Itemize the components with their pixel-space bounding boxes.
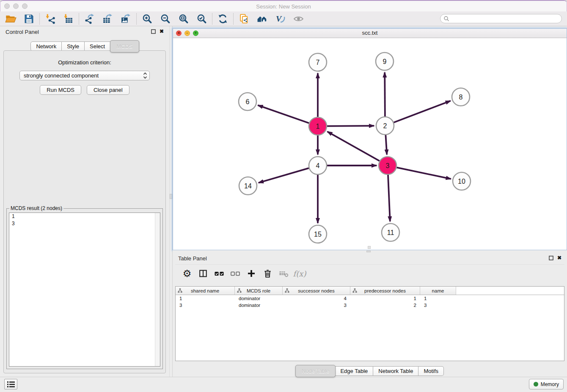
table-cell[interactable]: dominator (235, 296, 283, 301)
graph-node-10[interactable]: 10 (453, 172, 471, 190)
criterion-dropdown[interactable]: strongly connected component (19, 71, 150, 80)
table-cell[interactable]: dominator (235, 303, 283, 308)
table-cell[interactable]: 2 (350, 303, 420, 308)
table-row[interactable]: 3dominator323 (176, 302, 564, 309)
search-input[interactable] (449, 15, 561, 22)
tab-network-table[interactable]: Network Table (373, 366, 418, 376)
export-image-button[interactable] (117, 12, 135, 25)
column-header-MCDS-role[interactable]: MCDS role (235, 287, 283, 295)
column-header-successor-nodes[interactable]: successor nodes (283, 287, 350, 295)
table-cell[interactable]: 3 (420, 303, 456, 308)
graph-node-1[interactable]: 1 (309, 117, 327, 135)
graph-node-7[interactable]: 7 (309, 53, 327, 71)
tab-motifs[interactable]: Motifs (418, 366, 444, 376)
select-all-columns-button[interactable] (211, 266, 227, 281)
memory-status-icon (534, 382, 538, 386)
show-hide-button[interactable] (289, 12, 308, 25)
graph-edge-3-1[interactable] (328, 132, 380, 161)
save-icon (24, 14, 34, 24)
save-session-button[interactable] (20, 12, 38, 25)
zoom-fit-button[interactable] (174, 12, 193, 25)
tab-edge-table[interactable]: Edge Table (335, 366, 373, 376)
graph-node-14[interactable]: 14 (239, 177, 257, 195)
close-panel-button[interactable]: Close panel (87, 85, 129, 95)
zoom-in-button[interactable] (138, 12, 156, 25)
open-session-button[interactable] (2, 12, 20, 25)
table-cell[interactable]: 1 (420, 296, 456, 301)
graph-node-3[interactable]: 3 (379, 157, 396, 174)
vertical-splitter-grip[interactable] (170, 194, 172, 199)
table-cell[interactable]: 1 (176, 296, 235, 301)
float-panel-icon[interactable] (151, 29, 156, 34)
graph-node-8[interactable]: 8 (452, 88, 470, 106)
column-type-icon (178, 288, 182, 293)
vertical-splitter[interactable] (169, 26, 173, 377)
zoom-selected-button[interactable] (193, 12, 211, 25)
export-table-button[interactable] (99, 12, 117, 25)
zoom-out-button[interactable] (156, 12, 174, 25)
graph-edge-1-6[interactable] (258, 105, 309, 123)
tab-mcds[interactable]: MCDS (110, 40, 139, 52)
control-panel-title: Control Panel (6, 29, 39, 35)
result-item[interactable]: 1 (9, 213, 160, 220)
result-scrollbar[interactable] (155, 213, 160, 366)
canvas-grip[interactable] (368, 246, 371, 249)
tab-node-table[interactable]: Node Table (295, 365, 336, 377)
graph-node-15[interactable]: 15 (309, 225, 327, 243)
refresh-layout-button[interactable] (214, 12, 232, 25)
import-network-icon (45, 14, 55, 24)
result-item[interactable]: 3 (9, 220, 160, 227)
memory-button[interactable]: Memory (529, 379, 564, 389)
graph-edge-2-3[interactable] (385, 135, 387, 155)
clone-network-button[interactable] (235, 12, 253, 25)
task-history-button[interactable] (4, 379, 17, 389)
table-cell[interactable]: 4 (283, 296, 350, 301)
network-graph-canvas[interactable]: 7968124314101511 (173, 38, 567, 250)
mcds-result-list[interactable]: 13 (9, 213, 160, 367)
search-box[interactable] (440, 14, 562, 23)
maximize-view-icon[interactable]: + (193, 30, 198, 36)
graph-edge-3-10[interactable] (397, 168, 451, 179)
import-network-button[interactable] (41, 12, 59, 25)
graph-node-4[interactable]: 4 (309, 157, 327, 174)
deselect-all-columns-button[interactable] (227, 266, 243, 281)
import-table-button[interactable] (59, 12, 77, 25)
tab-style[interactable]: Style (62, 41, 85, 51)
table-settings-button[interactable]: ⚙ (179, 266, 195, 281)
export-network-button[interactable] (80, 12, 99, 25)
graph-node-11[interactable]: 11 (382, 224, 399, 241)
table-row[interactable]: 1dominator411 (176, 295, 564, 302)
add-column-button[interactable] (243, 266, 259, 281)
delete-column-button[interactable] (259, 266, 275, 281)
graph-edge-1-2[interactable] (327, 126, 374, 126)
horizontal-splitter-grip[interactable] (366, 251, 371, 252)
column-header-name[interactable]: name (420, 287, 456, 295)
graph-node-9[interactable]: 9 (376, 52, 394, 70)
minimize-view-icon[interactable]: − (184, 30, 190, 36)
table-cell[interactable]: 1 (350, 296, 420, 301)
first-neighbors-button[interactable] (253, 12, 271, 25)
table-cell[interactable]: 3 (283, 303, 350, 308)
tab-network[interactable]: Network (30, 41, 62, 51)
application-window: Session: New Session V Control Panel ✖ N… (0, 0, 567, 392)
graph-edge-3-11[interactable] (388, 175, 390, 221)
column-header-shared-name[interactable]: shared name (176, 287, 235, 295)
run-mcds-button[interactable]: Run MCDS (40, 85, 81, 95)
float-table-panel-icon[interactable] (549, 256, 553, 260)
close-view-icon[interactable]: ✕ (176, 30, 182, 36)
graph-edge-4-14[interactable] (259, 168, 309, 183)
graph-node-6[interactable]: 6 (239, 93, 256, 110)
network-window-titlebar[interactable]: ✕ − + scc.txt (173, 29, 567, 38)
clone-network-icon (239, 14, 249, 24)
tab-select[interactable]: Select (85, 41, 110, 51)
graph-node-2[interactable]: 2 (376, 117, 394, 135)
close-panel-icon[interactable]: ✖ (160, 29, 164, 34)
column-header-predecessor-nodes[interactable]: predecessor nodes (350, 287, 420, 295)
table-cell[interactable]: 3 (176, 303, 235, 308)
close-table-panel-icon[interactable]: ✖ (557, 255, 561, 260)
graph-edge-2-9[interactable] (385, 72, 385, 116)
column-layout-button[interactable] (195, 266, 211, 281)
control-panel: Control Panel ✖ NetworkStyleSelectMCDS O… (0, 26, 169, 377)
vizmapper-button[interactable]: V (271, 12, 289, 25)
graph-edge-2-8[interactable] (394, 101, 451, 122)
